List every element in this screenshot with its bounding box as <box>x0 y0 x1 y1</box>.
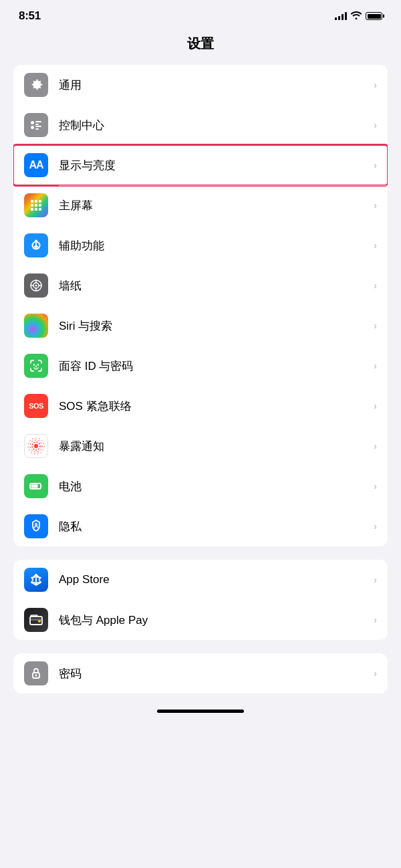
appstore-chevron: › <box>374 574 377 585</box>
status-bar: 8:51 <box>0 0 401 28</box>
svg-rect-14 <box>39 208 41 211</box>
privacy-label: 隐私 <box>59 519 368 534</box>
control-center-chevron: › <box>374 120 377 130</box>
sos-icon: SOS <box>24 394 48 418</box>
general-icon <box>24 73 48 97</box>
display-icon: AA <box>24 153 48 177</box>
svg-rect-10 <box>35 204 37 207</box>
settings-item-privacy[interactable]: 隐私 › <box>13 506 388 546</box>
exposure-icon <box>24 434 48 458</box>
accessibility-icon <box>24 233 48 257</box>
home-screen-label: 主屏幕 <box>59 198 368 213</box>
status-icons <box>335 10 382 22</box>
settings-item-display[interactable]: AA 显示与亮度 › <box>13 145 388 185</box>
exposure-label: 暴露通知 <box>59 439 368 454</box>
siri-icon <box>24 314 48 338</box>
accessibility-chevron: › <box>374 240 377 251</box>
settings-item-exposure[interactable]: 暴露通知 › <box>13 426 388 466</box>
siri-chevron: › <box>374 320 377 331</box>
wifi-icon <box>351 10 362 22</box>
signal-icon <box>335 12 347 20</box>
home-indicator <box>157 710 244 713</box>
svg-point-42 <box>35 675 37 677</box>
battery-settings-icon <box>24 474 48 498</box>
svg-rect-40 <box>31 615 37 617</box>
svg-rect-4 <box>35 126 41 127</box>
general-label: 通用 <box>59 78 368 93</box>
siri-label: Siri 与搜索 <box>59 318 368 334</box>
settings-item-siri[interactable]: Siri 与搜索 › <box>13 306 388 346</box>
control-center-label: 控制中心 <box>59 118 368 133</box>
wallet-icon <box>24 608 48 632</box>
settings-item-passwords[interactable]: 密码 › <box>13 653 388 693</box>
appstore-icon <box>24 568 48 592</box>
settings-item-accessibility[interactable]: 辅助功能 › <box>13 225 388 265</box>
battery-icon <box>366 12 382 20</box>
display-label: 显示与亮度 <box>59 158 368 173</box>
svg-rect-12 <box>31 208 33 211</box>
sos-label: SOS 紧急联络 <box>59 399 368 414</box>
settings-item-home-screen[interactable]: 主屏幕 › <box>13 185 388 225</box>
wallet-label: 钱包与 Apple Pay <box>59 613 368 628</box>
svg-rect-2 <box>35 121 41 122</box>
svg-rect-5 <box>35 128 39 130</box>
display-chevron: › <box>374 160 377 171</box>
wallpaper-label: 墙纸 <box>59 278 368 294</box>
svg-rect-0 <box>31 121 34 124</box>
passwords-icon <box>24 661 48 685</box>
faceid-icon <box>24 354 48 378</box>
settings-item-appstore[interactable]: App Store › <box>13 560 388 600</box>
settings-item-sos[interactable]: SOS SOS 紧急联络 › <box>13 386 388 426</box>
settings-item-wallet[interactable]: 钱包与 Apple Pay › <box>13 600 388 640</box>
page-title: 设置 <box>0 28 401 65</box>
svg-point-30 <box>34 444 38 448</box>
settings-item-battery[interactable]: 电池 › <box>13 466 388 506</box>
settings-item-control-center[interactable]: 控制中心 › <box>13 105 388 145</box>
home-screen-icon <box>24 193 48 217</box>
battery-label: 电池 <box>59 479 368 494</box>
settings-item-wallpaper[interactable]: 墙纸 › <box>13 265 388 306</box>
svg-rect-7 <box>35 200 37 203</box>
svg-rect-9 <box>31 204 33 207</box>
wallpaper-icon <box>24 274 48 298</box>
svg-rect-35 <box>31 485 38 488</box>
svg-rect-1 <box>31 126 34 129</box>
svg-rect-8 <box>39 200 41 203</box>
exposure-chevron: › <box>374 441 377 451</box>
control-center-icon <box>24 113 48 137</box>
faceid-chevron: › <box>374 360 377 371</box>
appstore-label: App Store <box>59 573 368 586</box>
svg-rect-11 <box>39 204 41 207</box>
settings-group-1: 通用 › 控制中心 › AA 显示与亮度 › <box>13 65 388 546</box>
settings-item-general[interactable]: 通用 › <box>13 65 388 105</box>
wallpaper-chevron: › <box>374 280 377 291</box>
settings-group-3: 密码 › <box>13 653 388 693</box>
passwords-chevron: › <box>374 668 377 679</box>
accessibility-label: 辅助功能 <box>59 238 368 253</box>
settings-item-faceid[interactable]: 面容 ID 与密码 › <box>13 346 388 386</box>
wallet-chevron: › <box>374 615 377 625</box>
privacy-icon <box>24 514 48 538</box>
general-chevron: › <box>374 80 377 90</box>
svg-rect-3 <box>35 124 39 125</box>
svg-rect-39 <box>38 621 41 623</box>
settings-group-2: App Store › 钱包与 Apple Pay › <box>13 560 388 640</box>
faceid-label: 面容 ID 与密码 <box>59 358 368 374</box>
privacy-chevron: › <box>374 521 377 532</box>
home-screen-chevron: › <box>374 200 377 211</box>
svg-rect-6 <box>31 200 33 203</box>
passwords-label: 密码 <box>59 666 368 681</box>
sos-chevron: › <box>374 401 377 411</box>
svg-rect-13 <box>35 208 37 211</box>
battery-chevron: › <box>374 481 377 492</box>
status-time: 8:51 <box>19 9 41 23</box>
svg-point-22 <box>35 285 37 287</box>
